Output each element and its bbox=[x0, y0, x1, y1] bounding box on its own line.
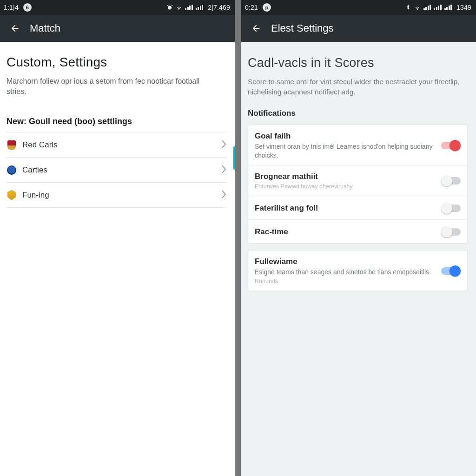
alarm-icon bbox=[166, 4, 173, 11]
signal-icon bbox=[185, 5, 193, 10]
phone-gap bbox=[235, 0, 241, 476]
setting-row-fullewiame[interactable]: Fullewiame Esigne teams than seages and … bbox=[248, 251, 467, 291]
phone-right: 0:21 p 1349 Elest Settings Cadl-vacls in… bbox=[241, 0, 476, 476]
setting-title: Goal failh bbox=[255, 132, 436, 141]
page-description: Marchorn foliew opr ious a setom from fe… bbox=[7, 76, 220, 96]
appbar-title: Elest Settings bbox=[271, 22, 334, 34]
team-crest-icon bbox=[7, 140, 17, 150]
wifi-icon bbox=[414, 4, 421, 11]
setting-title: Brognear mathiit bbox=[255, 172, 436, 181]
wifi-icon bbox=[176, 4, 182, 11]
setting-row-faterilist[interactable]: Faterilist ang foll bbox=[248, 196, 467, 220]
page-content: Custom, Settings Marchorn foliew opr iou… bbox=[0, 42, 235, 476]
back-button[interactable] bbox=[247, 19, 265, 38]
list-item-label: Red Carls bbox=[22, 140, 58, 150]
page-heading: Custom, Settings bbox=[7, 55, 226, 70]
toggle-ractime[interactable] bbox=[441, 226, 461, 238]
status-icons: 1349 bbox=[405, 4, 471, 11]
setting-subtitle: Esigne teams than seages and sinetos be … bbox=[255, 268, 436, 276]
status-right-text: 2|7.469 bbox=[208, 4, 230, 11]
back-arrow-icon bbox=[251, 23, 261, 33]
setting-row-goal-failh[interactable]: Goal failh Sef viment oran by tnis imél … bbox=[248, 125, 467, 165]
signal-icon-3 bbox=[444, 5, 452, 10]
list-item-label: Fun-ing bbox=[22, 191, 49, 200]
chevron-right-icon bbox=[222, 190, 226, 200]
team-crest-icon bbox=[7, 165, 17, 175]
signal-icon-2 bbox=[434, 5, 442, 10]
setting-row-ractime[interactable]: Rac-time bbox=[248, 220, 467, 243]
status-right-text: 1349 bbox=[456, 4, 471, 11]
setting-title: Rac-time bbox=[255, 227, 436, 237]
status-bar: 1:1|4 6 2|7.469 bbox=[0, 0, 235, 15]
chevron-right-icon bbox=[222, 165, 226, 175]
setting-subtitle: Sef viment oran by tnis imél Leames isno… bbox=[255, 142, 436, 159]
list-item-fun-ing[interactable]: Fun-ing bbox=[7, 183, 226, 208]
bluetooth-icon bbox=[405, 4, 411, 11]
list-item-label: Carties bbox=[22, 165, 47, 175]
status-badge: 6 bbox=[23, 3, 32, 12]
setting-title: Faterilist ang foll bbox=[255, 204, 436, 213]
app-bar: Mattch bbox=[0, 15, 235, 42]
setting-subtitle-secondary: Rnounds bbox=[255, 278, 436, 285]
chevron-right-icon bbox=[222, 140, 226, 150]
section-label: New: Goull need (boo) settlings bbox=[7, 117, 226, 126]
page-heading: Cadl-vacls in it Scores bbox=[248, 56, 468, 70]
back-arrow-icon bbox=[10, 23, 20, 33]
status-bar: 0:21 p 1349 bbox=[241, 0, 476, 15]
toggle-fullewiame[interactable] bbox=[441, 265, 461, 277]
status-badge: p bbox=[263, 3, 271, 12]
signal-icon bbox=[423, 5, 431, 10]
scroll-indicator bbox=[233, 146, 235, 170]
page-content: Cadl-vacls in it Scores Score to same an… bbox=[241, 42, 476, 476]
toggle-faterilist[interactable] bbox=[441, 203, 461, 214]
section-label-notifications: Notifications bbox=[248, 109, 468, 118]
settings-list: Red Carls Carties Fun-ing bbox=[7, 132, 226, 208]
setting-row-brognear[interactable]: Brognear mathiit Enturwes Pawwd huway dh… bbox=[248, 165, 467, 196]
signal-icon-2 bbox=[196, 5, 204, 10]
status-time: 1:1|4 bbox=[4, 4, 19, 11]
list-item-red-carls[interactable]: Red Carls bbox=[7, 132, 226, 158]
page-description: Score to same anti for vint stecul wider… bbox=[248, 77, 466, 97]
notification-card: Goal failh Sef viment oran by tnis imél … bbox=[248, 125, 468, 244]
setting-title: Fullewiame bbox=[255, 257, 436, 266]
setting-subtitle: Enturwes Pawwd huway dherevirushy bbox=[255, 183, 436, 190]
list-item-carties[interactable]: Carties bbox=[7, 158, 226, 183]
status-icons: 2|7.469 bbox=[166, 4, 230, 11]
fullewiame-card: Fullewiame Esigne teams than seages and … bbox=[248, 250, 468, 291]
back-button[interactable] bbox=[6, 19, 24, 38]
status-time: 0:21 bbox=[245, 4, 258, 11]
appbar-title: Mattch bbox=[30, 22, 60, 34]
toggle-brognear[interactable] bbox=[441, 175, 461, 186]
team-crest-icon bbox=[7, 190, 17, 200]
phone-left: 1:1|4 6 2|7.469 Mattch Custom, Settings … bbox=[0, 0, 235, 476]
toggle-goal-failh[interactable] bbox=[441, 140, 461, 151]
app-bar: Elest Settings bbox=[241, 15, 476, 42]
